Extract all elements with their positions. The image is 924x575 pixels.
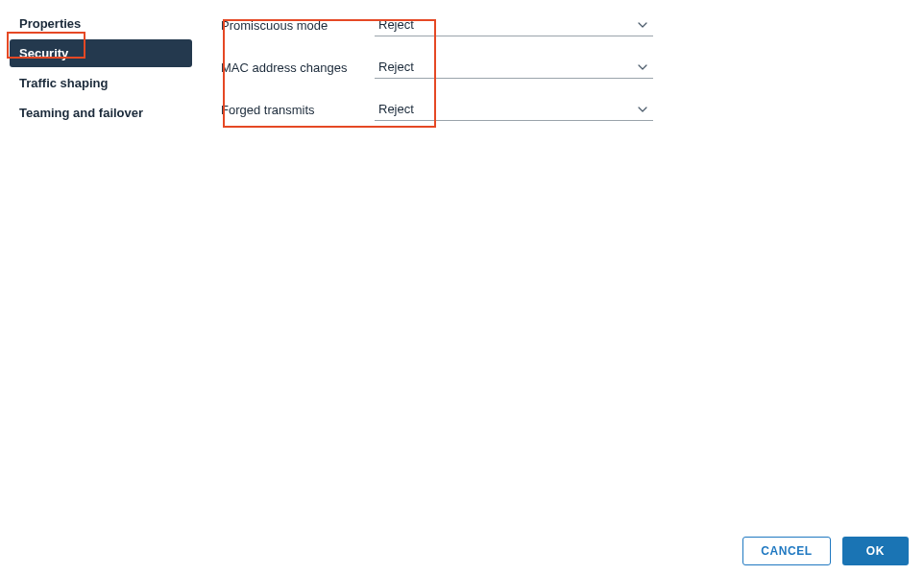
sidebar-item-label: Security xyxy=(19,46,68,60)
mac-changes-select[interactable]: Reject xyxy=(375,56,653,79)
select-value: Reject xyxy=(378,102,414,116)
forged-transmits-select[interactable]: Reject xyxy=(375,98,653,121)
chevron-down-icon xyxy=(638,64,647,70)
form-row-promiscuous: Promiscuous mode Reject xyxy=(221,13,895,36)
chevron-down-icon xyxy=(638,22,647,28)
sidebar-item-label: Teaming and failover xyxy=(19,106,143,120)
sidebar-item-label: Properties xyxy=(19,16,81,31)
chevron-down-icon xyxy=(638,107,647,112)
sidebar-item-properties[interactable]: Properties xyxy=(10,10,192,37)
form-row-forged-transmits: Forged transmits Reject xyxy=(221,98,895,121)
sidebar-item-label: Traffic shaping xyxy=(19,76,108,90)
ok-button[interactable]: OK xyxy=(842,537,909,565)
select-value: Reject xyxy=(378,60,414,74)
forged-transmits-label: Forged transmits xyxy=(221,103,363,121)
sidebar: Properties Security Traffic shaping Team… xyxy=(0,10,192,140)
promiscuous-mode-select[interactable]: Reject xyxy=(375,13,653,36)
mac-changes-label: MAC address changes xyxy=(221,60,363,79)
cancel-button[interactable]: CANCEL xyxy=(742,537,831,565)
sidebar-item-teaming-failover[interactable]: Teaming and failover xyxy=(10,99,192,127)
form-row-mac-changes: MAC address changes Reject xyxy=(221,56,895,79)
main-panel: Promiscuous mode Reject MAC address chan… xyxy=(192,10,924,140)
promiscuous-mode-label: Promiscuous mode xyxy=(221,18,363,36)
sidebar-item-traffic-shaping[interactable]: Traffic shaping xyxy=(10,69,192,97)
dialog-footer: CANCEL OK xyxy=(742,537,909,565)
sidebar-item-security[interactable]: Security xyxy=(10,39,192,67)
select-value: Reject xyxy=(378,17,414,32)
